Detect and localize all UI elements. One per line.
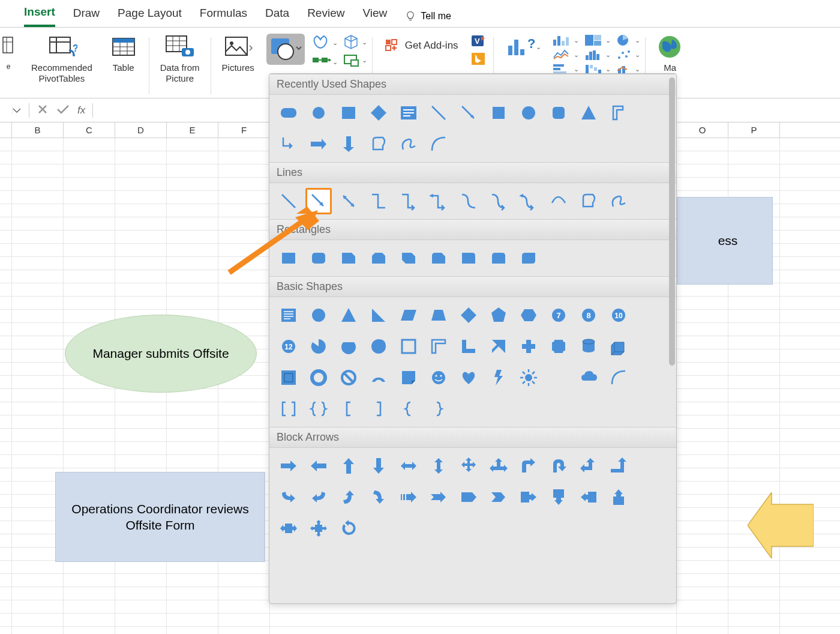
col-P[interactable]: P: [728, 122, 780, 137]
ribbon-smartart[interactable]: ⌄: [311, 53, 338, 71]
flowchart-rect-partial[interactable]: ess: [677, 197, 773, 285]
shape-arrow-striped-right[interactable]: [395, 484, 422, 510]
ribbon-chart-pie[interactable]: ⌄: [616, 34, 640, 47]
shape-left-brace[interactable]: [395, 396, 422, 422]
shape-block-arc[interactable]: [365, 364, 392, 391]
ribbon-chart-scatter[interactable]: ⌄: [616, 48, 640, 61]
ribbon-chart-histogram[interactable]: ⌄: [584, 48, 611, 61]
shape-no-symbol[interactable]: [335, 364, 362, 391]
shape-rect-snipround[interactable]: [425, 245, 452, 271]
shape-line-plain[interactable]: [275, 188, 302, 214]
shape-right-bracket[interactable]: [365, 396, 392, 422]
tab-review[interactable]: Review: [307, 7, 344, 26]
shape-elbow-double-arrow[interactable]: [425, 188, 452, 214]
shape-arrow-leftup[interactable]: [575, 453, 602, 479]
flowchart-yellow-arrow[interactable]: [748, 492, 814, 558]
shape-pie[interactable]: [305, 333, 332, 360]
ribbon-recommended-pivottables[interactable]: ? Recommended PivotTables: [23, 34, 101, 98]
tab-formulas[interactable]: Formulas: [200, 7, 247, 26]
col-E[interactable]: E: [167, 122, 218, 137]
shape-scribble[interactable]: [395, 131, 422, 157]
cancel-formula[interactable]: [37, 103, 49, 118]
shape-right-arrow[interactable]: [305, 131, 332, 157]
shape-arrow-curved-down[interactable]: [365, 484, 392, 510]
shape-textbox2[interactable]: [275, 302, 302, 328]
flowchart-rect-process[interactable]: Operations Coordinator reviews Offsite F…: [55, 472, 265, 562]
shape-bevel[interactable]: [275, 364, 302, 391]
shape-arrow-bent[interactable]: [515, 453, 542, 479]
shape-teardrop[interactable]: [365, 333, 392, 360]
shape-heptagon[interactable]: 7: [545, 302, 572, 328]
shape-trapezoid[interactable]: [425, 302, 452, 328]
tab-page-layout[interactable]: Page Layout: [118, 7, 182, 26]
shape-folded-corner[interactable]: [395, 364, 422, 391]
confirm-formula[interactable]: [56, 103, 70, 118]
shape-arc2[interactable]: [425, 131, 452, 157]
tab-draw[interactable]: Draw: [73, 7, 100, 26]
shape-arrow-circular[interactable]: [335, 515, 362, 542]
shape-arrow-up-callout[interactable]: [605, 484, 632, 510]
shape-plaque[interactable]: [545, 333, 572, 360]
tab-data[interactable]: Data: [265, 7, 289, 26]
shape-bracket-pair[interactable]: [275, 396, 302, 422]
shape-arrow-uturn[interactable]: [545, 453, 572, 479]
shape-cube[interactable]: [605, 333, 632, 360]
tab-view[interactable]: View: [362, 7, 387, 26]
col-C[interactable]: C: [64, 122, 115, 137]
shape-elbow-connector[interactable]: [365, 188, 392, 214]
shape-curve[interactable]: [545, 188, 572, 214]
shape-diamond2[interactable]: [455, 302, 482, 328]
shape-arrow-down-callout[interactable]: [545, 484, 572, 510]
tab-insert[interactable]: Insert: [24, 5, 55, 27]
shape-textbox[interactable]: [395, 100, 422, 126]
shape-triangle[interactable]: [575, 100, 602, 126]
shape-elbow-arrow[interactable]: [275, 131, 302, 157]
col-O[interactable]: O: [677, 122, 728, 137]
shape-cloud[interactable]: [575, 364, 602, 391]
shape-smiley[interactable]: [425, 364, 452, 391]
shape-l-shape[interactable]: [455, 333, 482, 360]
shape-arrow-quad-callout[interactable]: [305, 515, 332, 542]
ribbon-visio[interactable]: V: [470, 34, 487, 50]
shape-arrow-leftrightup[interactable]: [485, 453, 512, 479]
shape-octagon[interactable]: 8: [575, 302, 602, 328]
shape-arrow-curved-up[interactable]: [335, 484, 362, 510]
shape-rect-snip1[interactable]: [335, 245, 362, 271]
shape-brace-pair[interactable]: [305, 396, 332, 422]
shape-arrow-up[interactable]: [335, 453, 362, 479]
shape-line[interactable]: [425, 100, 452, 126]
shape-square-fill[interactable]: [485, 100, 512, 126]
ribbon-bing[interactable]: [470, 52, 487, 68]
shape-arrow-leftright[interactable]: [395, 453, 422, 479]
shape-line-arrow[interactable]: [305, 188, 332, 214]
shape-arrow-bentup[interactable]: [605, 453, 632, 479]
shape-circle-fill[interactable]: [515, 100, 542, 126]
shape-left-bracket[interactable]: [335, 396, 362, 422]
shape-arrow-updown[interactable]: [425, 453, 452, 479]
shape-rect-rounded[interactable]: [305, 245, 332, 271]
shape-donut[interactable]: [305, 364, 332, 391]
shape-line-double-arrow[interactable]: [335, 188, 362, 214]
shape-arrow-right[interactable]: [275, 453, 302, 479]
shape-arrow-left-callout[interactable]: [575, 484, 602, 510]
shape-diagonal-stripe[interactable]: [485, 333, 512, 360]
shape-arrow-right-callout[interactable]: [515, 484, 542, 510]
col-D[interactable]: D: [115, 122, 167, 137]
shape-scribble-line[interactable]: [605, 188, 632, 214]
name-box[interactable]: [5, 107, 22, 114]
shape-oval[interactable]: [305, 100, 332, 126]
shape-frame[interactable]: [395, 333, 422, 360]
shape-arrow-left[interactable]: [305, 453, 332, 479]
shape-lightning[interactable]: [485, 364, 512, 391]
shape-half-frame[interactable]: [425, 333, 452, 360]
shape-rounded-rect[interactable]: [275, 100, 302, 126]
col-B[interactable]: B: [12, 122, 64, 137]
shape-rect[interactable]: [275, 245, 302, 271]
shape-curved-connector[interactable]: [455, 188, 482, 214]
ribbon-3dmodels[interactable]: ⌄: [343, 34, 367, 50]
shape-arrow-line[interactable]: [455, 100, 482, 126]
shape-arrow-pentagon[interactable]: [455, 484, 482, 510]
shape-oval2[interactable]: [305, 302, 332, 328]
shape-arrow-notched-right[interactable]: [425, 484, 452, 510]
ribbon-screenshot[interactable]: ⌄: [343, 52, 367, 68]
